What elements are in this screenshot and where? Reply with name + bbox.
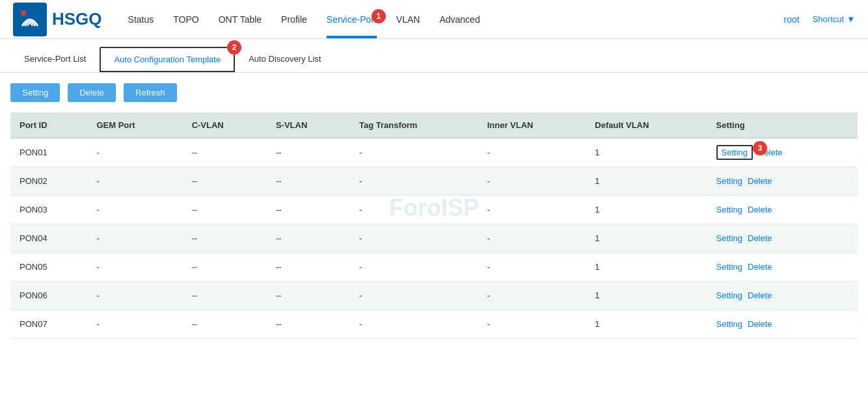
col-setting: Setting [707,112,858,138]
nav-status[interactable]: Status [128,3,154,36]
header: HSGQ Status TOPO ONT Table Profile Servi… [0,0,868,39]
cell-tag-transform: - [350,281,478,310]
row-setting-link[interactable]: Setting [716,145,753,160]
main-table: Port ID GEM Port C-VLAN S-VLAN Tag Trans… [10,112,858,339]
tabs-bar: Service-Port List Auto Configuration Tem… [0,39,868,73]
cell-gem-port: - [87,138,182,167]
svg-point-0 [21,10,26,16]
nav-vlan[interactable]: VLAN [396,3,420,36]
row-delete-link[interactable]: Delete [748,319,772,329]
cell-port-id: PON05 [10,253,87,281]
table-row: PON07-------1SettingDelete [10,310,858,339]
table-row: PON05-------1SettingDelete [10,253,858,281]
cell-s-vlan: -- [267,167,350,196]
shortcut-label: Shortcut [813,14,844,24]
nav-profile[interactable]: Profile [281,3,307,36]
row-delete-link[interactable]: Delete [748,291,772,300]
col-port-id: Port ID [10,112,87,138]
row-delete-link[interactable]: Delete [748,233,772,243]
row-setting-link[interactable]: Setting [716,205,742,214]
cell-tag-transform: - [350,196,478,224]
cell-c-vlan: -- [183,138,267,167]
nav-right: root Shortcut ▼ [784,3,855,36]
cell-tag-transform: - [350,167,478,196]
row-setting-link[interactable]: Setting [716,319,742,329]
cell-gem-port: - [87,224,182,253]
cell-port-id: PON04 [10,224,87,253]
cell-default-vlan: 1 [586,196,707,224]
nav-shortcut[interactable]: Shortcut ▼ [813,14,855,24]
table-row: PON03-------1SettingDelete [10,196,858,224]
logo-area: HSGQ [13,3,102,36]
row-setting-link[interactable]: Setting [716,176,742,186]
logo-icon [13,3,47,36]
row-delete-link[interactable]: Delete [748,176,772,186]
tab-auto-discovery-list[interactable]: Auto Discovery List [235,47,334,72]
cell-inner-vlan: - [478,138,586,167]
cell-default-vlan: 1 [586,167,707,196]
chevron-down-icon: ▼ [847,14,855,24]
cell-tag-transform: - [350,138,478,167]
cell-c-vlan: -- [183,310,267,339]
col-tag-transform: Tag Transform [350,112,478,138]
cell-tag-transform: - [350,224,478,253]
col-s-vlan: S-VLAN [267,112,350,138]
table-row: PON06-------1SettingDelete [10,281,858,310]
cell-inner-vlan: - [478,167,586,196]
col-gem-port: GEM Port [87,112,182,138]
toolbar: Setting Delete Refresh [0,73,868,112]
cell-actions: SettingDelete [707,310,858,339]
cell-s-vlan: -- [267,224,350,253]
cell-c-vlan: -- [183,281,267,310]
table-row: PON04-------1SettingDelete [10,224,858,253]
badge-service-port: 1 [372,9,386,23]
nav-service-port[interactable]: Service-Port [327,3,377,38]
row-setting-link[interactable]: Setting [716,233,742,243]
cell-inner-vlan: - [478,310,586,339]
col-inner-vlan: Inner VLAN [478,112,586,138]
nav-advanced[interactable]: Advanced [439,3,480,36]
cell-inner-vlan: - [478,224,586,253]
row-delete-link[interactable]: Delete [748,205,772,214]
nav-service-port-wrap: Service-Port 1 [327,14,377,25]
nav-root[interactable]: root [784,3,800,36]
cell-inner-vlan: - [478,196,586,224]
tab-auto-config-template[interactable]: Auto Configuration Template [100,47,235,72]
cell-s-vlan: -- [267,281,350,310]
cell-actions: SettingDelete [707,196,858,224]
cell-actions: SettingDelete [707,224,858,253]
table-row: PON01-------1Setting3Delete [10,138,858,167]
cell-gem-port: - [87,253,182,281]
cell-gem-port: - [87,196,182,224]
cell-s-vlan: -- [267,138,350,167]
setting-button[interactable]: Setting [10,83,60,102]
cell-port-id: PON06 [10,281,87,310]
cell-inner-vlan: - [478,281,586,310]
cell-s-vlan: -- [267,310,350,339]
cell-default-vlan: 1 [586,310,707,339]
tab-service-port-list[interactable]: Service-Port List [10,47,100,72]
cell-gem-port: - [87,281,182,310]
cell-c-vlan: -- [183,167,267,196]
logo-text: HSGQ [52,9,102,29]
table-header-row: Port ID GEM Port C-VLAN S-VLAN Tag Trans… [10,112,858,138]
cell-tag-transform: - [350,253,478,281]
refresh-button[interactable]: Refresh [124,83,177,102]
cell-tag-transform: - [350,310,478,339]
row-setting-link[interactable]: Setting [716,291,742,300]
cell-inner-vlan: - [478,253,586,281]
nav-topo[interactable]: TOPO [173,3,198,36]
delete-button[interactable]: Delete [68,83,116,102]
cell-gem-port: - [87,167,182,196]
cell-default-vlan: 1 [586,224,707,253]
main-nav: Status TOPO ONT Table Profile Service-Po… [128,3,784,36]
row-setting-link[interactable]: Setting [716,262,742,272]
cell-default-vlan: 1 [586,253,707,281]
tab-auto-config-wrap: Auto Configuration Template 2 [100,47,235,72]
cell-port-id: PON03 [10,196,87,224]
row-delete-link[interactable]: Delete [748,262,772,272]
table-wrap: Port ID GEM Port C-VLAN S-VLAN Tag Trans… [0,112,868,339]
nav-ont-table[interactable]: ONT Table [219,3,262,36]
cell-port-id: PON02 [10,167,87,196]
cell-port-id: PON07 [10,310,87,339]
